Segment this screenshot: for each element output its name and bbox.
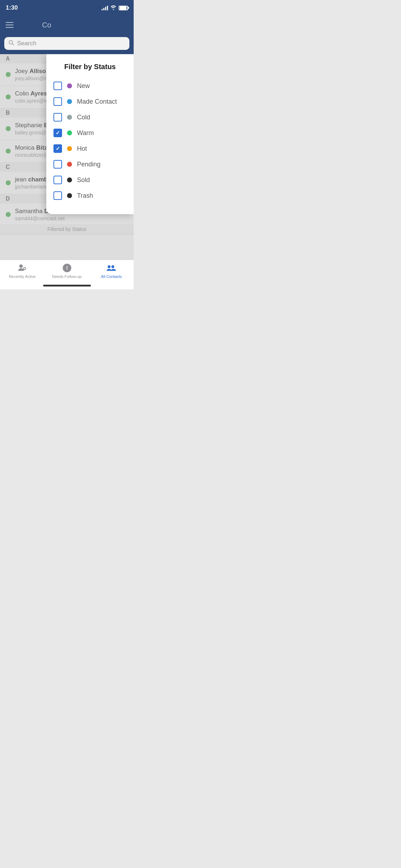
needs-followup-icon: !	[62, 263, 72, 273]
tab-needs-followup[interactable]: ! Needs Follow-up	[45, 263, 89, 279]
home-indicator	[43, 285, 91, 286]
recently-active-icon	[17, 263, 27, 273]
filter-label-sold: Sold	[77, 176, 90, 184]
tab-recently-active[interactable]: Recently Active	[0, 263, 45, 279]
search-bar-wrap: Search	[0, 34, 134, 54]
svg-point-8	[111, 265, 114, 268]
filter-label-warm: Warm	[77, 129, 94, 137]
svg-text:!: !	[66, 265, 68, 271]
status-dot-sold	[67, 177, 72, 182]
filter-label-new: New	[77, 82, 90, 90]
filter-label-pending: Pending	[77, 161, 101, 168]
phone-wrap: 1:30 Co	[0, 0, 134, 289]
hamburger-menu-button[interactable]	[6, 22, 14, 28]
filter-item-cold[interactable]: Cold	[53, 109, 127, 125]
status-dot-trash	[67, 193, 72, 198]
status-dot-made-contact	[67, 99, 72, 104]
main-content: A Joey Allison joey.allison@marketle... …	[0, 54, 134, 264]
signal-bars-icon	[102, 5, 108, 10]
filter-label-cold: Cold	[77, 114, 90, 121]
search-icon	[9, 40, 14, 47]
filter-item-pending[interactable]: Pending	[53, 156, 127, 172]
checkbox-made-contact[interactable]	[53, 97, 62, 106]
nav-title: Co	[42, 21, 51, 29]
tab-all-contacts[interactable]: All Contacts	[89, 263, 134, 279]
tab-recently-active-label: Recently Active	[9, 274, 36, 279]
nav-bar: Co	[0, 16, 134, 34]
filter-panel: Filter by Status New Made Contact Cold	[46, 54, 134, 214]
wifi-icon	[110, 5, 117, 11]
filter-label-trash: Trash	[77, 192, 93, 200]
checkbox-hot[interactable]	[53, 144, 62, 153]
checkbox-pending[interactable]	[53, 160, 62, 169]
checkbox-sold[interactable]	[53, 176, 62, 184]
all-contacts-icon	[107, 263, 117, 273]
search-input: Search	[17, 40, 36, 47]
filter-item-made-contact[interactable]: Made Contact	[53, 94, 127, 109]
filter-label-made-contact: Made Contact	[77, 98, 117, 105]
svg-point-2	[19, 264, 23, 268]
checkbox-warm[interactable]	[53, 129, 62, 137]
tab-all-contacts-label: All Contacts	[101, 274, 122, 279]
battery-icon	[119, 6, 128, 10]
checkbox-cold[interactable]	[53, 113, 62, 122]
status-icons	[102, 5, 128, 11]
filter-item-trash[interactable]: Trash	[53, 188, 127, 203]
filter-item-new[interactable]: New	[53, 78, 127, 94]
filter-label-hot: Hot	[77, 145, 87, 153]
status-time: 1:30	[6, 4, 18, 11]
filter-title: Filter by Status	[53, 63, 127, 71]
checkbox-new[interactable]	[53, 82, 62, 90]
filter-item-warm[interactable]: Warm	[53, 125, 127, 141]
status-dot-new	[67, 83, 72, 88]
tab-needs-followup-label: Needs Follow-up	[52, 274, 82, 279]
checkbox-trash[interactable]	[53, 191, 62, 200]
filter-item-sold[interactable]: Sold	[53, 172, 127, 188]
status-dot-hot	[67, 146, 72, 151]
search-container[interactable]: Search	[4, 37, 129, 50]
status-dot-pending	[67, 162, 72, 167]
status-bar: 1:30	[0, 0, 134, 16]
status-dot-cold	[67, 115, 72, 120]
svg-point-7	[108, 265, 110, 268]
filter-item-hot[interactable]: Hot	[53, 141, 127, 156]
status-dot-warm	[67, 130, 72, 135]
svg-line-1	[12, 44, 14, 45]
